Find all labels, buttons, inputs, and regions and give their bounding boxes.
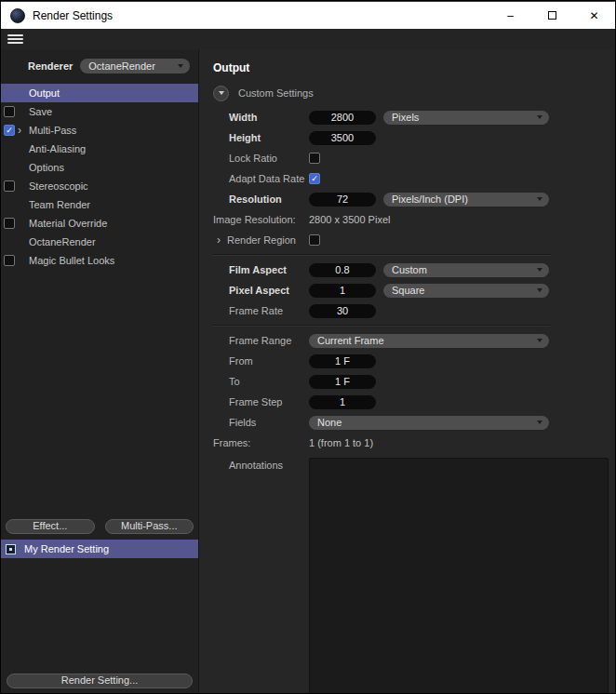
dropdown-arrow-icon xyxy=(537,288,542,292)
custom-settings-preset-button[interactable] xyxy=(213,86,229,101)
pixel-aspect-row: Pixel Aspect Square xyxy=(213,280,552,300)
render-region-label: › Render Region xyxy=(213,234,309,247)
dropdown-arrow-icon xyxy=(537,268,542,272)
custom-settings-label: Custom Settings xyxy=(238,87,314,99)
adapt-data-rate-checkbox[interactable]: ✓ xyxy=(309,173,320,184)
frames-label: Frames: xyxy=(213,437,309,448)
width-row: Width Pixels xyxy=(213,107,552,127)
maximize-button[interactable] xyxy=(531,2,573,29)
frame-rate-row: Frame Rate xyxy=(213,300,552,321)
renderer-dropdown[interactable]: OctaneRender xyxy=(80,59,190,73)
sidebar-item-label: Multi-Pass xyxy=(29,125,76,136)
from-input[interactable] xyxy=(309,354,376,368)
sidebar-item-multi-pass[interactable]: ✓ › Multi-Pass xyxy=(1,121,198,140)
multi-pass-checkbox[interactable]: ✓ xyxy=(4,125,15,136)
dropdown-arrow-icon xyxy=(537,197,542,201)
fields-label: Fields xyxy=(213,417,309,428)
sidebar-item-stereoscopic[interactable]: Stereoscopic xyxy=(1,177,198,195)
dropdown-arrow-icon xyxy=(537,115,542,119)
hamburger-menu-icon[interactable] xyxy=(7,34,23,44)
render-preset-name: My Render Setting xyxy=(24,543,109,554)
content-area: Renderer OctaneRender Output Save ✓ xyxy=(1,49,615,693)
sidebar-item-octanerender[interactable]: OctaneRender xyxy=(1,233,198,251)
material-override-checkbox[interactable] xyxy=(4,218,15,229)
film-aspect-label: Film Aspect xyxy=(213,264,309,275)
width-input[interactable] xyxy=(309,111,376,125)
image-resolution-row: Image Resolution: 2800 x 3500 Pixel xyxy=(213,209,552,230)
effect-button[interactable]: Effect... xyxy=(6,519,95,534)
minimize-button[interactable]: – xyxy=(489,2,531,29)
custom-settings-row: Custom Settings xyxy=(213,85,615,101)
annotations-textarea[interactable] xyxy=(309,458,609,693)
width-unit-value: Pixels xyxy=(392,112,419,123)
lock-ratio-checkbox[interactable] xyxy=(309,153,320,164)
sidebar-item-material-override[interactable]: Material Override xyxy=(1,214,198,233)
sidebar-item-label: Material Override xyxy=(29,218,107,229)
title-bar: Render Settings – ✕ xyxy=(1,1,615,29)
annotations-label: Annotations xyxy=(213,460,309,471)
sidebar-item-label: Stereoscopic xyxy=(29,180,88,192)
resolution-input[interactable] xyxy=(309,193,376,207)
close-icon: ✕ xyxy=(589,9,598,22)
image-resolution-label: Image Resolution: xyxy=(213,214,309,225)
resolution-row: Resolution Pixels/Inch (DPI) xyxy=(213,189,552,209)
fields-dropdown-value: None xyxy=(317,417,341,428)
render-preset-row[interactable]: My Render Setting xyxy=(1,540,198,558)
sidebar-item-anti-aliasing[interactable]: Anti-Aliasing xyxy=(1,140,198,158)
to-input[interactable] xyxy=(309,375,376,389)
sidebar-item-label: Magic Bullet Looks xyxy=(29,255,114,266)
sidebar-item-save[interactable]: Save xyxy=(1,102,198,121)
lock-ratio-row: Lock Ratio xyxy=(213,148,552,168)
film-aspect-dropdown[interactable]: Custom xyxy=(383,263,549,277)
save-checkbox[interactable] xyxy=(4,106,15,117)
render-settings-window: Render Settings – ✕ Renderer OctaneRende… xyxy=(0,0,616,694)
pixel-aspect-dropdown[interactable]: Square xyxy=(383,284,549,298)
frame-step-input[interactable] xyxy=(309,395,376,409)
sidebar-item-options[interactable]: Options xyxy=(1,158,198,177)
sidebar-item-team-render[interactable]: Team Render xyxy=(1,195,198,214)
dropdown-arrow-icon xyxy=(537,420,542,424)
pixel-aspect-dropdown-value: Square xyxy=(392,285,424,296)
output-form: Width Pixels Height xyxy=(213,107,552,693)
dropdown-arrow-icon xyxy=(219,91,224,95)
chevron-right-icon[interactable]: › xyxy=(217,234,221,247)
film-aspect-row: Film Aspect Custom xyxy=(213,260,552,280)
pixel-aspect-input[interactable] xyxy=(309,284,376,298)
fields-row: Fields None xyxy=(213,412,552,433)
lock-ratio-label: Lock Ratio xyxy=(213,153,309,164)
render-setting-button[interactable]: Render Setting... xyxy=(7,674,193,688)
frames-row: Frames: 1 (from 1 to 1) xyxy=(213,433,552,453)
resolution-unit-dropdown[interactable]: Pixels/Inch (DPI) xyxy=(383,193,549,207)
sidebar-item-label: Options xyxy=(29,162,64,173)
resolution-label: Resolution xyxy=(213,194,309,205)
frame-rate-input[interactable] xyxy=(309,304,376,318)
renderer-label: Renderer xyxy=(28,60,73,72)
chevron-right-icon[interactable]: › xyxy=(18,126,29,135)
magic-bullet-looks-checkbox[interactable] xyxy=(4,255,15,266)
render-region-checkbox[interactable] xyxy=(309,234,320,246)
dropdown-arrow-icon xyxy=(178,64,183,68)
height-input[interactable] xyxy=(309,131,376,145)
adapt-data-rate-label: Adapt Data Rate xyxy=(213,173,309,184)
sidebar-button-row: Effect... Multi-Pass... xyxy=(6,519,194,534)
render-region-label-text: Render Region xyxy=(227,234,296,246)
menu-bar xyxy=(1,29,615,49)
renderer-dropdown-value: OctaneRender xyxy=(88,60,155,72)
close-button[interactable]: ✕ xyxy=(573,2,615,29)
sidebar-item-output[interactable]: Output xyxy=(1,84,198,102)
frame-range-row: Frame Range Current Frame xyxy=(213,330,552,351)
image-resolution-value: 2800 x 3500 Pixel xyxy=(309,214,390,225)
window-controls: – ✕ xyxy=(489,2,615,29)
maximize-icon xyxy=(548,11,556,20)
frame-rate-label: Frame Rate xyxy=(213,305,309,316)
multi-pass-button[interactable]: Multi-Pass... xyxy=(105,519,194,534)
stereoscopic-checkbox[interactable] xyxy=(4,180,15,192)
fields-dropdown[interactable]: None xyxy=(309,416,549,430)
render-region-row: › Render Region xyxy=(213,230,552,250)
film-aspect-input[interactable] xyxy=(309,263,376,277)
width-unit-dropdown[interactable]: Pixels xyxy=(383,111,549,125)
sidebar: Renderer OctaneRender Output Save ✓ xyxy=(1,49,199,693)
sidebar-item-label: Team Render xyxy=(29,199,90,210)
frame-range-dropdown[interactable]: Current Frame xyxy=(309,334,549,348)
sidebar-item-magic-bullet-looks[interactable]: Magic Bullet Looks xyxy=(1,251,198,270)
